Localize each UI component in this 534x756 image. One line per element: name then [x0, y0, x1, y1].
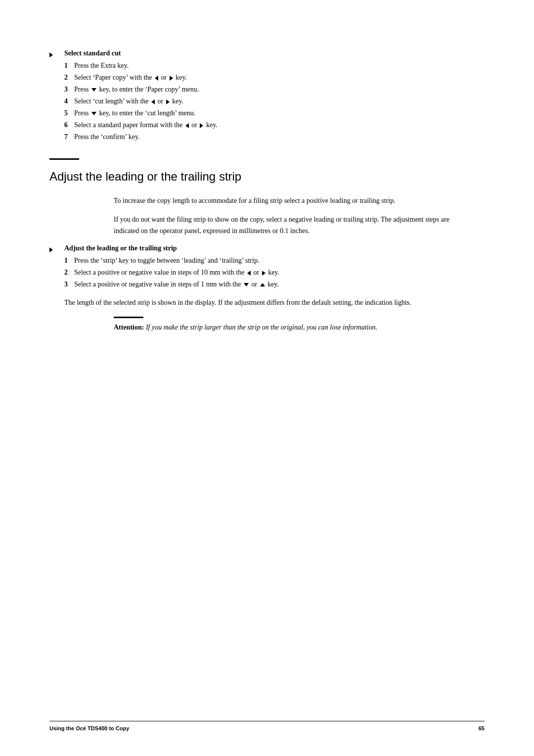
footer-title: Using the Océ TDS400 to Copy: [49, 725, 129, 731]
arrow-down-icon-3: [244, 283, 249, 286]
triangle-icon-2: [49, 247, 53, 252]
arrow-right-icon-3: [200, 123, 203, 128]
arrow-down-icon-2: [91, 112, 96, 115]
page: Select standard cut 1 Press the Extra ke…: [0, 0, 534, 756]
step-text-2-1: Press the ‘strip’ key to toggle between …: [74, 255, 485, 266]
section1-steps: 1 Press the Extra key. 2 Select ‘Paper c…: [64, 60, 485, 142]
step-1-1: 1 Press the Extra key.: [64, 60, 485, 71]
bullet-icon-1: [49, 49, 64, 143]
step-text-1-4: Select ‘cut length’ with the or key.: [74, 96, 485, 106]
step-num-1-2: 2: [64, 72, 74, 83]
footer-page-number: 65: [479, 725, 485, 731]
step-text-1-5: Press key, to enter the ‘cut length’ men…: [74, 108, 485, 118]
section-divider: [49, 158, 79, 160]
section2-sub-note: The length of the selected strip is show…: [64, 297, 485, 308]
step-num-1-1: 1: [64, 60, 74, 71]
step-1-4: 4 Select ‘cut length’ with the or key.: [64, 96, 485, 106]
bullet-content-2: Adjust the leading or the trailing strip…: [64, 244, 485, 308]
section-2: Adjust the leading or the trailing strip…: [49, 158, 485, 333]
step-num-1-3: 3: [64, 84, 74, 94]
step-text-1-1: Press the Extra key.: [74, 60, 485, 71]
step-text-1-2: Select ‘Paper copy’ with the or key.: [74, 72, 485, 83]
section2-heading: Adjust the leading or the trailing strip: [49, 170, 485, 184]
step-num-1-5: 5: [64, 108, 74, 118]
section2-bullet-title: Adjust the leading or the trailing strip: [64, 244, 485, 252]
attention-box: Attention: If you make the strip larger …: [49, 317, 485, 333]
step-text-1-3: Press key, to enter the ‘Paper copy’ men…: [74, 84, 485, 94]
step-num-2-3: 3: [64, 279, 74, 289]
step-1-3: 3 Press key, to enter the ‘Paper copy’ m…: [64, 84, 485, 94]
attention-text: If you make the strip larger than the st…: [144, 324, 377, 331]
step-text-1-7: Press the ‘confirm’ key.: [74, 132, 485, 142]
arrow-right-icon: [170, 76, 173, 81]
arrow-right-icon-4: [262, 271, 266, 276]
step-num-1-7: 7: [64, 132, 74, 142]
bullet-icon-2: [49, 244, 64, 308]
step-1-2: 2 Select ‘Paper copy’ with the or key.: [64, 72, 485, 83]
triangle-icon: [49, 52, 53, 57]
page-footer: Using the Océ TDS400 to Copy 65: [49, 721, 485, 731]
step-num-1-6: 6: [64, 120, 74, 130]
step-num-2-1: 1: [64, 255, 74, 266]
step-num-2-2: 2: [64, 267, 74, 278]
step-1-5: 5 Press key, to enter the ‘cut length’ m…: [64, 108, 485, 118]
attention-label: Attention:: [114, 324, 144, 331]
step-text-1-6: Select a standard paper format with the …: [74, 120, 485, 130]
attention-bar: [114, 317, 143, 318]
arrow-right-icon-2: [166, 99, 170, 104]
attention-paragraph: Attention: If you make the strip larger …: [114, 322, 470, 333]
bullet-content-1: Select standard cut 1 Press the Extra ke…: [64, 49, 485, 143]
step-2-3: 3 Select a positive or negative value in…: [64, 279, 485, 289]
step-1-6: 6 Select a standard paper format with th…: [64, 120, 485, 130]
section2-steps: 1 Press the ‘strip’ key to toggle betwee…: [64, 255, 485, 289]
section1-title: Select standard cut: [64, 49, 485, 57]
bullet-section-1: Select standard cut 1 Press the Extra ke…: [49, 49, 485, 143]
step-num-1-4: 4: [64, 96, 74, 106]
step-2-1: 1 Press the ‘strip’ key to toggle betwee…: [64, 255, 485, 266]
step-text-2-3: Select a positive or negative value in s…: [74, 279, 485, 289]
step-text-2-2: Select a positive or negative value in s…: [74, 267, 485, 278]
section2-para2: If you do not want the filing strip to s…: [49, 214, 485, 236]
arrow-up-icon: [260, 283, 265, 286]
arrow-left-icon-4: [247, 271, 251, 276]
arrow-left-icon: [155, 76, 158, 81]
section2-para1: To increase the copy length to accommoda…: [49, 195, 485, 206]
arrow-left-icon-3: [185, 123, 189, 128]
step-1-7: 7 Press the ‘confirm’ key.: [64, 132, 485, 142]
section-1: Select standard cut 1 Press the Extra ke…: [49, 49, 485, 143]
step-2-2: 2 Select a positive or negative value in…: [64, 267, 485, 278]
arrow-down-icon: [91, 88, 96, 92]
bullet-section-2: Adjust the leading or the trailing strip…: [49, 244, 485, 308]
arrow-left-icon-2: [151, 99, 155, 104]
